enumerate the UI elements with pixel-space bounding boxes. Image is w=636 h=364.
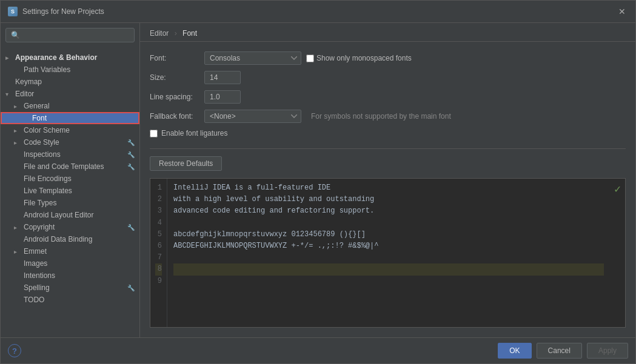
line-spacing-input[interactable]: [204, 90, 241, 104]
fallback-font-select[interactable]: <None>: [204, 110, 301, 123]
show-monospaced-text: Show only monospaced fonts: [316, 54, 412, 62]
title-bar-left: S Settings for New Projects: [8, 7, 104, 16]
restore-defaults-button[interactable]: Restore Defaults: [150, 156, 222, 171]
badge-icon: 🔧: [127, 285, 135, 291]
size-label: Size:: [150, 73, 204, 82]
chevron-icon: [14, 127, 22, 134]
sidebar-item-label: Appearance & Behavior: [15, 53, 97, 62]
line-numbers: 1 2 3 4 5 6 7 8 9: [150, 179, 167, 327]
chevron-icon: [5, 55, 14, 61]
sidebar-item-label: Path Variables: [24, 65, 70, 74]
sidebar-item-live-templates[interactable]: Live Templates: [1, 185, 139, 197]
sidebar-item-general[interactable]: General: [1, 100, 139, 112]
breadcrumb-current: Font: [182, 29, 197, 38]
ligatures-label: Enable font ligatures: [161, 129, 227, 137]
sidebar-item-file-code-templates[interactable]: File and Code Templates 🔧: [1, 160, 139, 173]
sidebar-item-code-style[interactable]: Code Style 🔧: [1, 136, 139, 148]
line-number: 6: [155, 240, 162, 252]
sidebar-item-spelling[interactable]: Spelling 🔧: [1, 282, 139, 294]
sidebar-item-label: Code Style: [24, 138, 59, 147]
font-row: Font: Consolas Monaco Courier New JetBra…: [150, 51, 626, 65]
badge-icon: 🔧: [127, 164, 135, 170]
divider: [150, 148, 626, 149]
dialog-title: Settings for New Projects: [22, 7, 104, 16]
line-number: 4: [155, 217, 162, 229]
title-bar: S Settings for New Projects ✕: [1, 1, 635, 23]
sidebar-item-font[interactable]: Font: [1, 112, 139, 124]
sidebar-item-label: Live Templates: [24, 187, 72, 195]
size-input[interactable]: [204, 71, 241, 84]
line-spacing-row: Line spacing:: [150, 90, 626, 104]
sidebar-item-label: Spelling: [24, 283, 50, 292]
close-button[interactable]: ✕: [616, 5, 628, 18]
sidebar-item-copyright[interactable]: Copyright 🔧: [1, 221, 139, 233]
sidebar-item-label: Font: [32, 114, 47, 122]
breadcrumb-separator: ›: [175, 29, 177, 38]
sidebar: Appearance & Behavior Path Variables Key…: [1, 23, 140, 337]
sidebar-item-keymap[interactable]: Keymap: [1, 76, 139, 88]
sidebar-item-path-variables[interactable]: Path Variables: [1, 64, 139, 76]
fallback-font-row: Fallback font: <None> For symbols not su…: [150, 110, 626, 123]
chevron-icon: [14, 224, 22, 231]
fallback-control-group: <None> For symbols not supported by the …: [204, 110, 451, 123]
app-icon: S: [8, 7, 18, 16]
sidebar-item-label: File Types: [24, 199, 56, 207]
sidebar-item-label: Copyright: [24, 223, 55, 231]
chevron-icon: [14, 139, 22, 146]
bottom-bar: ? OK Cancel Apply: [1, 337, 635, 363]
breadcrumb-parent: Editor: [150, 29, 169, 38]
sidebar-item-label: General: [24, 102, 50, 110]
line-number: 8: [155, 263, 162, 275]
cancel-button[interactable]: Cancel: [537, 343, 582, 359]
sidebar-item-file-types[interactable]: File Types: [1, 197, 139, 209]
size-row: Size:: [150, 71, 626, 84]
sidebar-item-file-encodings[interactable]: File Encodings: [1, 173, 139, 185]
settings-dialog: S Settings for New Projects ✕ Appearance…: [0, 0, 636, 364]
sidebar-item-label: Emmet: [24, 247, 47, 256]
sidebar-item-label: File and Code Templates: [24, 162, 104, 171]
sidebar-item-android-data-binding[interactable]: Android Data Binding: [1, 233, 139, 245]
sidebar-item-inspections[interactable]: Inspections 🔧: [1, 148, 139, 160]
ligatures-checkbox[interactable]: [150, 130, 158, 137]
main-content: Appearance & Behavior Path Variables Key…: [1, 23, 635, 337]
preview-line: IntelliJ IDEA is a full-featured IDE wit…: [173, 184, 378, 250]
sidebar-item-android-layout[interactable]: Android Layout Editor: [1, 209, 139, 221]
sidebar-item-label: Images: [24, 259, 47, 268]
sidebar-item-label: Intentions: [24, 271, 55, 280]
sidebar-item-intentions[interactable]: Intentions: [1, 270, 139, 282]
font-label: Font:: [150, 54, 204, 62]
help-button[interactable]: ?: [8, 344, 21, 357]
preview-code: IntelliJ IDEA is a full-featured IDE wit…: [167, 179, 610, 327]
preview-area: 1 2 3 4 5 6 7 8 9 IntelliJ IDEA is a ful…: [150, 178, 626, 328]
show-monospaced-label: Show only monospaced fonts: [306, 54, 412, 62]
apply-button[interactable]: Apply: [587, 343, 628, 359]
breadcrumb: Editor › Font: [140, 23, 635, 42]
sidebar-item-images[interactable]: Images: [1, 257, 139, 270]
line-number: 7: [155, 252, 162, 263]
sidebar-item-appearance[interactable]: Appearance & Behavior: [1, 50, 139, 64]
sidebar-item-label: File Encodings: [24, 174, 72, 183]
right-panel: Editor › Font Font: Consolas Monaco Cour…: [140, 23, 635, 337]
sidebar-item-label: Android Data Binding: [24, 235, 92, 243]
font-select[interactable]: Consolas Monaco Courier New JetBrains Mo…: [204, 51, 301, 65]
sidebar-item-label: Inspections: [24, 150, 61, 159]
sidebar-item-todo[interactable]: TODO: [1, 294, 139, 306]
fallback-hint: For symbols not supported by the main fo…: [311, 112, 451, 121]
line-number: 1: [155, 182, 162, 194]
badge-icon: 🔧: [127, 224, 135, 231]
line-spacing-label: Line spacing:: [150, 93, 204, 101]
search-input[interactable]: [5, 28, 135, 42]
sidebar-item-color-scheme[interactable]: Color Scheme: [1, 124, 139, 136]
sidebar-item-label: TODO: [24, 296, 44, 304]
font-control-group: Consolas Monaco Courier New JetBrains Mo…: [204, 51, 412, 65]
badge-icon: 🔧: [127, 139, 135, 146]
sidebar-item-label: Editor: [15, 90, 34, 98]
line-number: 5: [155, 229, 162, 240]
show-monospaced-checkbox[interactable]: [306, 55, 314, 62]
sidebar-item-emmet[interactable]: Emmet: [1, 245, 139, 257]
sidebar-item-editor[interactable]: Editor: [1, 88, 139, 100]
line-number: 9: [155, 276, 162, 287]
fallback-font-label: Fallback font:: [150, 112, 204, 121]
ok-button[interactable]: OK: [498, 343, 531, 359]
line-number: 3: [155, 205, 162, 217]
